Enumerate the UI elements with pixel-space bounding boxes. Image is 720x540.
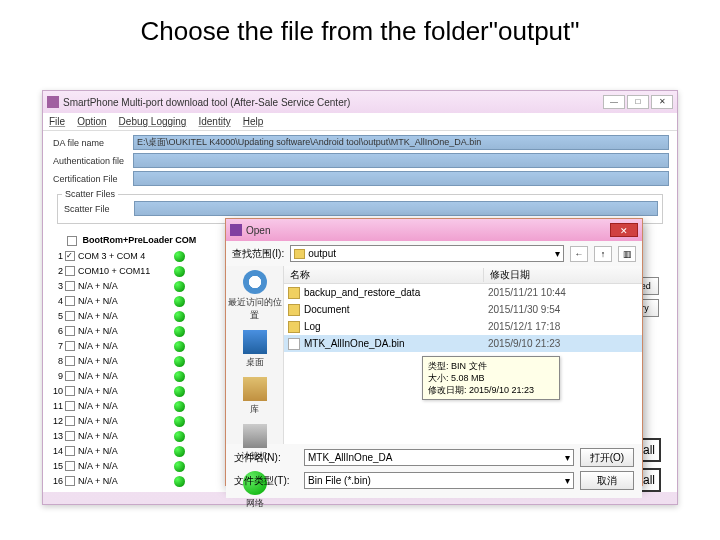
menu-identity[interactable]: Identity xyxy=(198,116,230,127)
file-name: backup_and_restore_data xyxy=(304,287,488,298)
com-header-checkbox[interactable] xyxy=(67,236,77,246)
com-label: N/A + N/A xyxy=(78,356,174,366)
com-checkbox[interactable] xyxy=(65,296,75,306)
com-number: 3 xyxy=(51,281,65,291)
recent-icon xyxy=(243,270,267,294)
menu-file[interactable]: File xyxy=(49,116,65,127)
com-label: N/A + N/A xyxy=(78,446,174,456)
folder-icon xyxy=(288,287,300,299)
place-desktop[interactable]: 桌面 xyxy=(226,330,283,369)
com-number: 9 xyxy=(51,371,65,381)
status-dot-icon xyxy=(174,431,185,442)
file-date: 2015/11/21 10:44 xyxy=(488,287,638,298)
com-checkbox[interactable] xyxy=(65,311,75,321)
close-button[interactable]: ✕ xyxy=(651,95,673,109)
com-label: N/A + N/A xyxy=(78,401,174,411)
com-checkbox[interactable] xyxy=(65,401,75,411)
com-checkbox[interactable] xyxy=(65,446,75,456)
auth-input[interactable] xyxy=(133,153,669,168)
cancel-button[interactable]: 取消 xyxy=(580,471,634,490)
com-label: N/A + N/A xyxy=(78,296,174,306)
com-header-label: BootRom+PreLoader COM xyxy=(83,235,197,245)
open-titlebar: Open ✕ xyxy=(226,219,642,241)
computer-icon xyxy=(243,424,267,448)
com-checkbox[interactable] xyxy=(65,461,75,471)
lookin-select[interactable]: output ▾ xyxy=(290,245,564,262)
status-dot-icon xyxy=(174,371,185,382)
com-label: COM 3 + COM 4 xyxy=(78,251,174,261)
nav-up-button[interactable]: ↑ xyxy=(594,246,612,262)
status-dot-icon xyxy=(174,341,185,352)
folder-icon xyxy=(288,304,300,316)
scatter-input[interactable] xyxy=(134,201,658,216)
places-bar: 最近访问的位置 桌面 库 计算机 网络 xyxy=(226,266,284,444)
com-label: N/A + N/A xyxy=(78,386,174,396)
open-title: Open xyxy=(246,225,610,236)
com-number: 5 xyxy=(51,311,65,321)
filename-input[interactable]: MTK_AllInOne_DA▾ xyxy=(304,449,574,466)
place-recent[interactable]: 最近访问的位置 xyxy=(226,270,283,322)
maximize-button[interactable]: □ xyxy=(627,95,649,109)
com-checkbox[interactable] xyxy=(65,251,75,261)
status-dot-icon xyxy=(174,281,185,292)
com-checkbox[interactable] xyxy=(65,431,75,441)
lookin-label: 查找范围(I): xyxy=(232,247,284,261)
chevron-down-icon: ▾ xyxy=(565,452,570,463)
com-checkbox[interactable] xyxy=(65,416,75,426)
status-dot-icon xyxy=(174,461,185,472)
nav-view-button[interactable]: ▥ xyxy=(618,246,636,262)
col-name[interactable]: 名称 xyxy=(284,268,484,282)
open-close-button[interactable]: ✕ xyxy=(610,223,638,237)
status-dot-icon xyxy=(174,356,185,367)
com-number: 12 xyxy=(51,416,65,426)
com-number: 11 xyxy=(51,401,65,411)
com-label: COM10 + COM11 xyxy=(78,266,174,276)
com-label: N/A + N/A xyxy=(78,281,174,291)
com-checkbox[interactable] xyxy=(65,266,75,276)
library-icon xyxy=(243,377,267,401)
com-number: 4 xyxy=(51,296,65,306)
com-checkbox[interactable] xyxy=(65,371,75,381)
list-item[interactable]: Document2015/11/30 9:54 xyxy=(284,301,642,318)
com-number: 10 xyxy=(51,386,65,396)
desktop-icon xyxy=(243,330,267,354)
da-input[interactable]: E:\桌面\OUKITEL K4000\Updating software\An… xyxy=(133,135,669,150)
open-dialog-icon xyxy=(230,224,242,236)
minimize-button[interactable]: — xyxy=(603,95,625,109)
com-checkbox[interactable] xyxy=(65,356,75,366)
com-checkbox[interactable] xyxy=(65,476,75,486)
com-checkbox[interactable] xyxy=(65,326,75,336)
app-icon xyxy=(47,96,59,108)
file-icon xyxy=(288,338,300,350)
open-button[interactable]: 打开(O) xyxy=(580,448,634,467)
status-dot-icon xyxy=(174,251,185,262)
scatter-label: Scatter File xyxy=(62,204,134,214)
nav-back-button[interactable]: ← xyxy=(570,246,588,262)
com-label: N/A + N/A xyxy=(78,311,174,321)
com-label: N/A + N/A xyxy=(78,326,174,336)
da-label: DA file name xyxy=(51,138,133,148)
com-number: 14 xyxy=(51,446,65,456)
place-lib[interactable]: 库 xyxy=(226,377,283,416)
com-checkbox[interactable] xyxy=(65,281,75,291)
status-dot-icon xyxy=(174,296,185,307)
com-number: 2 xyxy=(51,266,65,276)
list-item[interactable]: backup_and_restore_data2015/11/21 10:44 xyxy=(284,284,642,301)
cert-input[interactable] xyxy=(133,171,669,186)
auth-label: Authentication file xyxy=(51,156,133,166)
menu-option[interactable]: Option xyxy=(77,116,106,127)
list-item[interactable]: Log2015/12/1 17:18 xyxy=(284,318,642,335)
filetype-select[interactable]: Bin File (*.bin)▾ xyxy=(304,472,574,489)
col-date[interactable]: 修改日期 xyxy=(484,268,642,282)
com-number: 1 xyxy=(51,251,65,261)
com-checkbox[interactable] xyxy=(65,386,75,396)
menu-debug[interactable]: Debug Logging xyxy=(119,116,187,127)
status-dot-icon xyxy=(174,416,185,427)
com-number: 16 xyxy=(51,476,65,486)
com-label: N/A + N/A xyxy=(78,461,174,471)
com-checkbox[interactable] xyxy=(65,341,75,351)
menu-help[interactable]: Help xyxy=(243,116,264,127)
list-item[interactable]: MTK_AllInOne_DA.bin2015/9/10 21:23 xyxy=(284,335,642,352)
file-date: 2015/12/1 17:18 xyxy=(488,321,638,332)
status-dot-icon xyxy=(174,401,185,412)
